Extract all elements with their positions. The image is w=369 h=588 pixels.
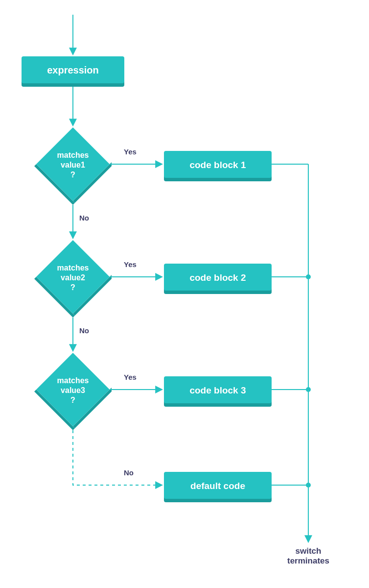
expression-label: expression (47, 65, 99, 75)
d2-no-label: No (79, 326, 89, 335)
default-block-label: default code (190, 481, 245, 491)
svg-text:?: ? (70, 396, 75, 404)
decision-3: matches value3 ? (34, 353, 112, 430)
junction-dot-4 (306, 483, 311, 488)
code-block-2-label: code block 2 (189, 272, 246, 283)
code-block-3-label: code block 3 (189, 385, 246, 395)
arrow-d3-default (73, 430, 161, 485)
svg-text:?: ? (70, 283, 75, 292)
d2-yes-label: Yes (124, 260, 137, 269)
svg-text:value3: value3 (61, 386, 85, 394)
svg-text:matches: matches (57, 151, 89, 159)
svg-text:value2: value2 (61, 273, 85, 282)
code-block-1-label: code block 1 (189, 160, 246, 170)
terminate-line1: switch (296, 546, 322, 556)
terminate-line2: terminates (287, 556, 329, 565)
d3-no-label: No (124, 468, 134, 477)
junction-dot-2 (306, 274, 311, 279)
svg-text:value1: value1 (61, 161, 85, 169)
junction-dot-3 (306, 387, 311, 392)
d3-yes-label: Yes (124, 373, 137, 381)
svg-text:matches: matches (57, 264, 89, 272)
decision-1: matches value1 ? (34, 127, 112, 205)
decision-2: matches value2 ? (34, 240, 112, 318)
d1-no-label: No (79, 214, 89, 222)
d1-yes-label: Yes (124, 147, 137, 156)
switch-flowchart: expression matches value1 ? Yes code blo… (0, 0, 369, 588)
svg-text:matches: matches (57, 376, 89, 385)
svg-text:?: ? (70, 171, 75, 179)
